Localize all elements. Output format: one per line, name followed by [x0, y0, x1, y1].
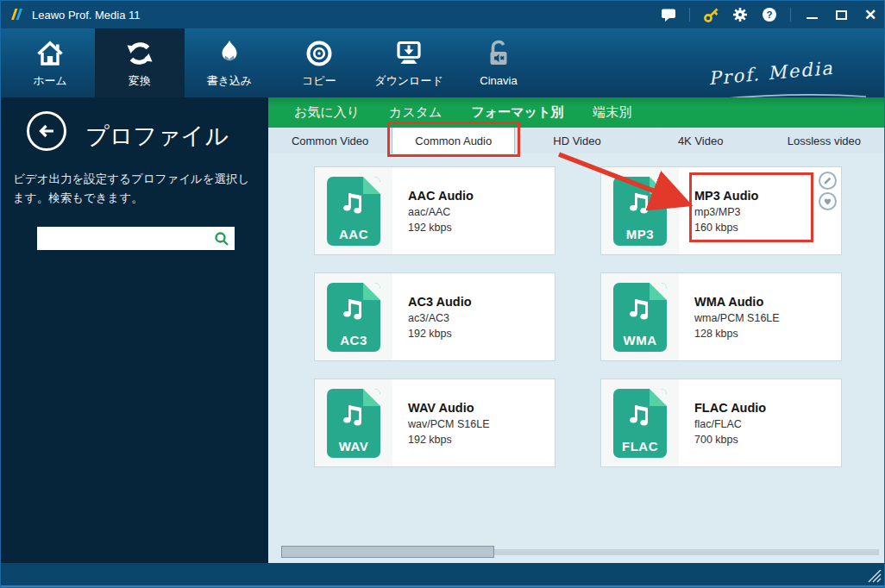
profile-card-wma[interactable]: WMA WMA Audio wma/PCM S16LE 128 kbps	[600, 272, 842, 361]
profile-sidebar: プロファイル ビデオ出力を設定するプロファイルを選択します。検索もできます。	[1, 97, 268, 563]
back-arrow-icon	[35, 119, 59, 143]
register-key-icon[interactable]	[702, 6, 719, 23]
horizontal-scrollbar-thumb[interactable]	[281, 546, 494, 558]
nav-copy-label: コピー	[302, 73, 336, 89]
close-button[interactable]: ✕	[862, 6, 879, 23]
nav-copy[interactable]: コピー	[274, 28, 364, 97]
tab-custom[interactable]: カスタム	[374, 97, 456, 128]
profile-card-aac[interactable]: AAC AAC Audio aac/AAC 192 kbps	[314, 166, 555, 255]
profile-title: FLAC Audio	[694, 401, 841, 415]
profile-grid: AAC AAC Audio aac/AAC 192 kbps	[268, 153, 885, 563]
profile-card-flac[interactable]: FLAC FLAC Audio flac/FLAC 700 kbps	[600, 378, 842, 467]
profile-search-box[interactable]	[37, 227, 235, 250]
home-icon	[35, 38, 66, 69]
music-note-icon	[625, 293, 656, 324]
status-bar	[1, 563, 884, 587]
audio-file-icon: FLAC	[613, 389, 667, 458]
profile-card-ac3[interactable]: AC3 AC3 Audio ac3/AC3 192 kbps	[314, 272, 555, 361]
titlebar-separator	[689, 8, 690, 22]
profile-codec: aac/AAC	[408, 206, 555, 218]
category-tab-bar: お気に入り カスタム フォーマット別 端末別	[268, 97, 885, 128]
edit-profile-icon[interactable]	[819, 172, 837, 190]
profile-card-mp3[interactable]: MP3 MP3 Audio mp3/MP3 160 kbps	[600, 166, 842, 255]
music-note-icon	[338, 187, 369, 218]
tab-common-audio[interactable]: Common Audio	[392, 128, 515, 153]
tab-by-device[interactable]: 端末別	[578, 97, 646, 128]
format-badge: MP3	[613, 227, 667, 241]
titlebar-separator	[790, 8, 791, 22]
cinavia-icon	[483, 39, 514, 70]
profile-bitrate: 128 kbps	[694, 328, 841, 340]
copy-icon	[304, 38, 335, 69]
nav-home[interactable]: ホーム	[5, 28, 95, 97]
download-icon	[393, 38, 424, 69]
nav-download-label: ダウンロード	[374, 73, 443, 89]
settings-gear-icon[interactable]	[731, 6, 749, 23]
profile-title: WMA Audio	[694, 295, 841, 309]
tab-lossless-video[interactable]: Lossless video	[763, 128, 885, 153]
svg-text:?: ?	[766, 9, 772, 20]
format-badge: WAV	[327, 439, 380, 454]
title-bar: Leawo Prof. Media 11 ?	[1, 1, 884, 28]
maximize-button[interactable]	[832, 6, 850, 23]
format-badge: AAC	[327, 227, 380, 241]
minimize-button[interactable]	[803, 6, 820, 23]
profile-title: AAC Audio	[408, 189, 555, 203]
profile-bitrate: 192 kbps	[408, 222, 555, 234]
music-note-icon	[338, 293, 369, 324]
brand-script-logo: Prof. Media	[707, 58, 834, 90]
favorite-heart-icon[interactable]	[819, 192, 837, 210]
nav-convert[interactable]: 変換	[95, 28, 185, 97]
profile-bitrate: 192 kbps	[408, 434, 555, 446]
tab-favorites[interactable]: お気に入り	[279, 97, 374, 128]
format-badge: WMA	[613, 333, 667, 347]
tab-common-video[interactable]: Common Video	[268, 128, 392, 153]
leawo-logo-icon	[9, 7, 25, 22]
main-nav: ホーム 変換 書き込み	[1, 28, 884, 97]
back-button[interactable]	[27, 111, 66, 151]
sidebar-title: プロファイル	[85, 121, 229, 152]
sidebar-description: ビデオ出力を設定するプロファイルを選択します。検索もできます。	[13, 170, 260, 209]
audio-file-icon: WMA	[613, 283, 667, 352]
nav-burn-label: 書き込み	[207, 73, 253, 89]
nav-burn[interactable]: 書き込み	[185, 28, 274, 97]
profile-bitrate: 192 kbps	[408, 328, 555, 340]
nav-cinavia[interactable]: Cinavia	[454, 28, 543, 97]
format-tab-bar: Common Video Common Audio HD Video 4K Vi…	[268, 128, 885, 153]
format-badge: AC3	[327, 333, 380, 347]
resize-grip[interactable]	[866, 570, 882, 583]
tab-4k-video[interactable]: 4K Video	[639, 128, 763, 153]
burn-icon	[214, 38, 245, 69]
profile-card-wav[interactable]: WAV WAV Audio wav/PCM S16LE 192 kbps	[314, 378, 555, 467]
music-note-icon	[338, 399, 369, 430]
profile-codec: wav/PCM S16LE	[408, 418, 555, 430]
app-window: Leawo Prof. Media 11 ?	[0, 0, 885, 588]
audio-file-icon: AAC	[327, 177, 380, 246]
profile-codec: wma/PCM S16LE	[694, 312, 841, 324]
music-note-icon	[625, 187, 656, 218]
nav-home-label: ホーム	[33, 73, 67, 89]
audio-file-icon: WAV	[327, 389, 380, 458]
feedback-icon[interactable]	[660, 6, 677, 23]
help-icon[interactable]: ?	[761, 6, 778, 23]
convert-icon	[124, 38, 155, 69]
tab-hd-video[interactable]: HD Video	[515, 128, 638, 153]
profile-bitrate: 160 kbps	[694, 222, 841, 234]
tab-by-format[interactable]: フォーマット別	[456, 97, 578, 128]
window-title: Leawo Prof. Media 11	[32, 9, 141, 22]
profile-title: AC3 Audio	[408, 295, 555, 309]
profile-title: WAV Audio	[408, 401, 555, 415]
profile-search-input[interactable]	[37, 227, 214, 250]
nav-download[interactable]: ダウンロード	[364, 28, 454, 97]
profile-codec: flac/FLAC	[694, 418, 841, 430]
audio-file-icon: MP3	[613, 177, 667, 246]
music-note-icon	[625, 399, 656, 430]
nav-convert-label: 変換	[129, 73, 151, 89]
search-icon[interactable]	[214, 231, 229, 247]
audio-file-icon: AC3	[327, 283, 380, 352]
profile-bitrate: 700 kbps	[694, 434, 841, 446]
profile-codec: ac3/AC3	[408, 312, 555, 324]
format-badge: FLAC	[613, 439, 667, 454]
nav-cinavia-label: Cinavia	[480, 74, 517, 87]
